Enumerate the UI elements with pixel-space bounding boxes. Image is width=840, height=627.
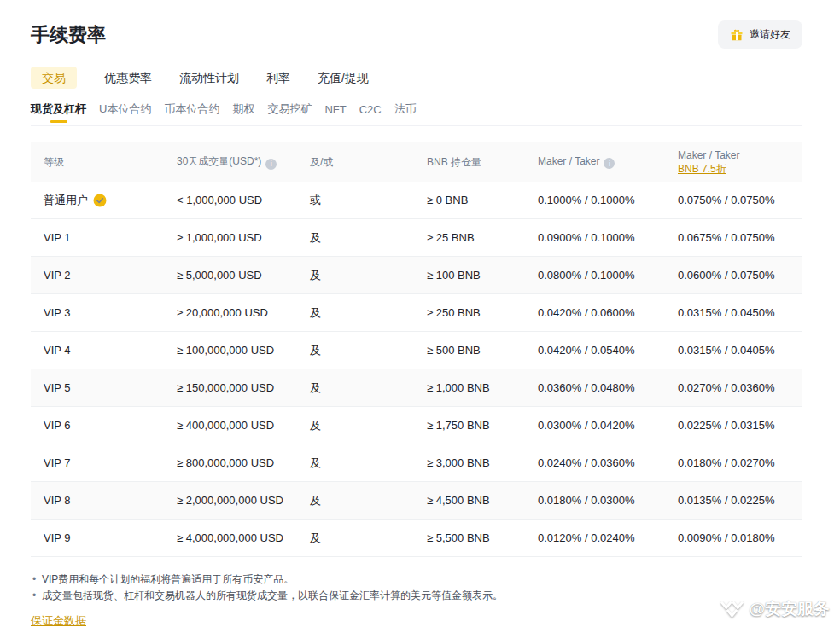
volume-cell: ≥ 20,000,000 USD [164,306,297,319]
invite-friends-button[interactable]: 邀请好友 [718,20,802,49]
volume-cell: ≥ 150,000,000 USD [164,381,297,394]
level-cell: VIP 6 [31,419,164,432]
table-body: 普通用户 < 1,000,000 USD 或 ≥ 0 BNB 0.1000% /… [31,182,802,557]
level-label: 普通用户 [44,193,88,208]
col-header-level: 等级 [31,155,164,170]
maker-taker-bnb-cell: 0.0600% / 0.0750% [665,269,802,282]
maker-taker-cell: 0.0120% / 0.0240% [525,531,665,544]
col-header-bnb-balance: BNB 持仓量 [414,155,525,170]
footnotes: VIP费用和每个计划的福利将普遍适用于所有币安产品。成交量包括现货、杠杆和交易机… [31,572,802,604]
fee-rate-page: 手续费率 邀请好友 交易优惠费率流动性计划利率充值/提现 现货及杠杆 U本位合约… [0,0,840,627]
bnb-balance-cell: ≥ 1,000 BNB [414,381,525,394]
col-header-maker-taker: Maker / Takeri [525,155,665,170]
watermark-logo-icon [720,600,744,619]
level-cell: 普通用户 [31,193,164,208]
level-label: VIP 3 [44,306,71,319]
bnb-discount-link[interactable]: BNB 7.5折 [678,163,726,175]
level-cell: VIP 8 [31,494,164,507]
table-row: VIP 6 ≥ 400,000,000 USD 及 ≥ 1,750 BNB 0.… [31,407,802,444]
sub-tab[interactable]: 现货及杠杆 [31,102,86,125]
sub-tab[interactable]: 币本位合约 [164,102,219,125]
gift-icon [730,28,744,42]
info-icon[interactable]: i [604,158,615,169]
sub-tab[interactable]: 期权 [232,102,254,125]
watermark-text: @安安服务 [749,598,830,620]
and-or-cell: 及 [297,230,414,246]
level-cell: VIP 4 [31,344,164,357]
table-row: VIP 9 ≥ 4,000,000,000 USD 及 ≥ 5,500 BNB … [31,520,802,557]
bnb-balance-cell: ≥ 4,500 BNB [414,494,525,507]
table-row: VIP 5 ≥ 150,000,000 USD 及 ≥ 1,000 BNB 0.… [31,369,802,407]
level-label: VIP 5 [44,381,71,394]
table-row: VIP 8 ≥ 2,000,000,000 USD 及 ≥ 4,500 BNB … [31,482,802,520]
bnb-balance-cell: ≥ 5,500 BNB [414,531,525,544]
and-or-cell: 或 [297,193,414,208]
maker-taker-bnb-cell: 0.0090% / 0.0180% [665,531,802,544]
level-cell: VIP 9 [31,531,164,544]
bnb-balance-cell: ≥ 3,000 BNB [414,456,525,469]
level-cell: VIP 7 [31,456,164,469]
and-or-cell: 及 [297,343,414,358]
note-item: VIP费用和每个计划的福利将普遍适用于所有币安产品。 [31,572,802,588]
level-cell: VIP 2 [31,269,164,282]
maker-taker-cell: 0.0240% / 0.0360% [525,456,665,469]
volume-cell: ≥ 800,000,000 USD [164,456,297,469]
info-icon[interactable]: i [265,159,277,170]
bnb-balance-cell: ≥ 100 BNB [414,269,525,282]
maker-taker-cell: 0.0300% / 0.0420% [525,419,665,432]
sub-tab[interactable]: C2C [359,102,382,125]
main-tab[interactable]: 优惠费率 [104,67,152,89]
and-or-cell: 及 [297,305,414,321]
and-or-cell: 及 [297,380,414,396]
volume-cell: ≥ 1,000,000 USD [164,231,297,244]
note-item: 成交量包括现货、杠杆和交易机器人的所有现货成交量，以联合保证金汇率计算的美元等值… [31,588,802,604]
active-tab-indicator [50,120,67,123]
margin-data-link[interactable]: 保证金数据 [31,613,86,627]
fee-table: 等级 30天成交量(USD*)i 及/或 BNB 持仓量 Maker / Tak… [31,142,802,557]
volume-cell: < 1,000,000 USD [164,194,297,206]
maker-taker-bnb-cell: 0.0315% / 0.0405% [665,344,802,357]
table-row: VIP 4 ≥ 100,000,000 USD 及 ≥ 500 BNB 0.04… [31,332,802,369]
bnb-balance-cell: ≥ 500 BNB [414,344,525,357]
maker-taker-cell: 0.0420% / 0.0600% [525,306,665,319]
level-label: VIP 9 [44,531,71,544]
volume-cell: ≥ 2,000,000,000 USD [164,494,297,507]
verified-badge-icon [93,194,107,207]
bnb-balance-cell: ≥ 1,750 BNB [414,419,525,432]
maker-taker-cell: 0.0420% / 0.0540% [525,344,665,357]
sub-tab[interactable]: NFT [324,102,346,125]
main-tabs: 交易优惠费率流动性计划利率充值/提现 [31,67,802,89]
maker-taker-cell: 0.0900% / 0.1000% [525,231,665,244]
table-row: VIP 3 ≥ 20,000,000 USD 及 ≥ 250 BNB 0.042… [31,294,802,332]
level-label: VIP 1 [44,231,71,244]
watermark: @安安服务 [720,598,830,620]
maker-taker-cell: 0.0800% / 0.1000% [525,269,665,282]
page-title: 手续费率 [31,22,106,48]
main-tab[interactable]: 交易 [31,67,77,89]
level-cell: VIP 5 [31,381,164,394]
level-cell: VIP 3 [31,306,164,319]
and-or-cell: 及 [297,268,414,283]
col-header-maker-taker-bnb-discount: Maker / Taker BNB 7.5折 [665,148,802,176]
level-label: VIP 6 [44,419,71,432]
and-or-cell: 及 [297,493,414,508]
sub-tab[interactable]: U本位合约 [99,102,151,125]
main-tab[interactable]: 充值/提现 [318,67,369,89]
sub-tab[interactable]: 法币 [394,102,417,125]
sub-tab[interactable]: 交易挖矿 [267,102,312,125]
main-tab[interactable]: 流动性计划 [179,67,239,89]
level-cell: VIP 1 [31,231,164,244]
and-or-cell: 及 [297,456,414,471]
level-label: VIP 2 [44,269,71,282]
maker-taker-bnb-cell: 0.0315% / 0.0450% [665,306,802,319]
volume-cell: ≥ 5,000,000 USD [164,269,297,282]
invite-friends-label: 邀请好友 [750,27,790,42]
level-label: VIP 4 [44,344,71,357]
and-or-cell: 及 [297,531,414,546]
col-header-and-or: 及/或 [297,155,414,170]
table-header-row: 等级 30天成交量(USD*)i 及/或 BNB 持仓量 Maker / Tak… [31,142,802,182]
volume-cell: ≥ 4,000,000,000 USD [164,531,297,544]
table-row: VIP 1 ≥ 1,000,000 USD 及 ≥ 25 BNB 0.0900%… [31,219,802,257]
bnb-balance-cell: ≥ 250 BNB [414,306,525,319]
main-tab[interactable]: 利率 [266,67,290,89]
